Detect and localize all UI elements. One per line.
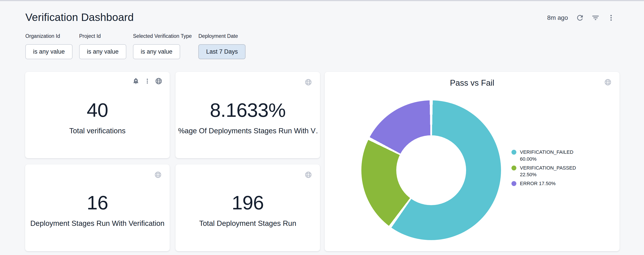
kpi-value: 16 xyxy=(25,193,170,212)
kpi-value: 8.1633% xyxy=(176,100,320,120)
filter-organization-id: Organization Id is any value xyxy=(25,33,72,59)
dashboard-page: Verification Dashboard 8m ago Organizati… xyxy=(0,0,644,255)
chart-title: Pass vs Fail xyxy=(325,78,620,88)
legend-item-verification-passed[interactable]: VERIFICATION_PASSED 22.50% xyxy=(512,165,600,178)
page-title: Verification Dashboard xyxy=(25,11,134,23)
globe-icon xyxy=(604,79,612,86)
filter-value-deployment-date[interactable]: Last 7 Days xyxy=(198,44,246,59)
filter-list-icon xyxy=(591,14,600,22)
filter-label: Deployment Date xyxy=(198,33,246,39)
filter-label: Organization Id xyxy=(25,33,72,39)
filter-project-id: Project Id is any value xyxy=(79,33,126,59)
kpi-label: Deployment Stages Run With Verification xyxy=(28,219,167,227)
kpi-value: 196 xyxy=(176,193,320,212)
explore-from-here-button[interactable] xyxy=(303,77,313,87)
explore-from-here-button[interactable] xyxy=(303,170,313,180)
kebab-menu-icon xyxy=(607,14,615,22)
globe-icon xyxy=(305,171,312,178)
add-alert-icon xyxy=(132,77,140,85)
explore-from-here-button[interactable] xyxy=(603,77,613,87)
explore-from-here-button[interactable] xyxy=(153,170,163,180)
filter-value-verification-type[interactable]: is any value xyxy=(133,44,180,59)
filter-deployment-date: Deployment Date Last 7 Days xyxy=(198,33,246,59)
filter-label: Project Id xyxy=(79,33,126,39)
kpi-card-total-stages-run: 196 Total Deployment Stages Run xyxy=(176,164,320,251)
legend-label: VERIFICATION_FAILED 60.00% xyxy=(520,149,582,163)
chart-legend: VERIFICATION_FAILED 60.00% VERIFICATION_… xyxy=(512,149,600,189)
pie-chart-card-pass-vs-fail: Pass vs Fail VERIFICATION_FAILED 60.00% … xyxy=(325,72,620,251)
legend-label: VERIFICATION_PASSED 22.50% xyxy=(520,165,582,178)
explore-from-here-button[interactable] xyxy=(155,77,162,85)
kpi-card-total-verifications: 40 Total verifications xyxy=(25,72,170,158)
kpi-card-pct-stages-with-verification: 8.1633% %age Of Deployments Stages Run W… xyxy=(176,72,320,158)
globe-icon xyxy=(154,171,162,178)
donut-hole xyxy=(396,135,466,205)
filter-value-organization-id[interactable]: is any value xyxy=(25,44,72,59)
filter-value-project-id[interactable]: is any value xyxy=(79,44,126,59)
tile-menu-button[interactable] xyxy=(144,77,151,85)
kebab-menu-icon xyxy=(144,78,150,84)
globe-icon xyxy=(155,77,162,85)
filter-label: Selected Verification Type xyxy=(133,33,192,39)
top-border xyxy=(0,0,644,1)
last-refresh-time: 8m ago xyxy=(547,14,568,21)
kpi-card-stages-run-with-verification: 16 Deployment Stages Run With Verificati… xyxy=(25,164,170,251)
filter-verification-type: Selected Verification Type is any value xyxy=(133,33,192,59)
legend-swatch xyxy=(512,150,516,155)
filters-toggle-button[interactable] xyxy=(591,13,600,23)
add-alert-button[interactable] xyxy=(132,77,140,85)
kpi-label: Total verifications xyxy=(28,127,167,135)
refresh-icon xyxy=(576,14,584,22)
dashboard-menu-button[interactable] xyxy=(606,13,616,23)
dashboard-header-controls: 8m ago xyxy=(547,13,616,23)
kpi-value: 40 xyxy=(25,100,170,120)
refresh-button[interactable] xyxy=(575,13,585,23)
globe-icon xyxy=(305,79,312,86)
legend-label: ERROR 17.50% xyxy=(520,180,556,187)
tile-actions xyxy=(132,77,162,85)
kpi-label: Total Deployment Stages Run xyxy=(178,219,317,227)
donut-chart[interactable] xyxy=(361,100,501,240)
legend-swatch xyxy=(512,166,516,170)
filter-bar: Organization Id is any value Project Id … xyxy=(25,33,252,59)
legend-item-verification-failed[interactable]: VERIFICATION_FAILED 60.00% xyxy=(512,149,600,163)
legend-swatch xyxy=(512,181,516,186)
kpi-label: %age Of Deployments Stages Run With V… xyxy=(178,127,317,135)
legend-item-error[interactable]: ERROR 17.50% xyxy=(512,180,600,187)
